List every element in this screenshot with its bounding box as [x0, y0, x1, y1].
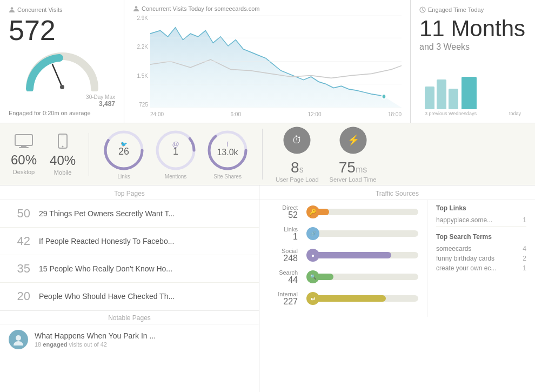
term-row-2: create your own ec... 1: [436, 264, 526, 272]
svg-text:13.0k: 13.0k: [217, 148, 239, 157]
metric-blocks: ⏱ 8s User Page Load ⚡ 75ms Server Load T…: [263, 125, 389, 183]
svg-text:26: 26: [118, 146, 129, 157]
concurrent-label: Concurrent Visits: [9, 6, 115, 13]
mentions-circle: @ 1 Mentions: [154, 129, 197, 180]
svg-text:f: f: [226, 141, 229, 148]
avatar: [9, 330, 28, 349]
traffic-row-direct: Direct 52 🔑: [268, 204, 418, 220]
page-count-1: 42: [9, 234, 30, 248]
term-row-0: someecards 4: [436, 245, 526, 253]
shares-circle: f 13.0k Site Shares: [206, 129, 249, 180]
middle-section: 60% Desktop 40% Mobile 🐦 26 Links: [0, 123, 535, 185]
traffic-label-social: Social 248: [268, 248, 298, 263]
engaged-value: 11 Months: [419, 16, 526, 41]
bar-labels: 3 previous Wednesdays today: [419, 109, 526, 116]
top-pages-title: Top Pages: [0, 185, 259, 200]
engaged-avg: Engaged for 0:20m on average: [9, 110, 115, 116]
mobile-icon: [50, 133, 76, 151]
concurrent-visits-panel: Concurrent Visits 572 30-Day Max 3,487 E…: [0, 0, 124, 123]
term-count-1: 2: [523, 255, 526, 262]
mobile-label: Mobile: [50, 169, 76, 176]
user-load-value: 8s: [276, 159, 319, 176]
gauge-max: 30-Day Max 3,487: [9, 94, 115, 108]
top-links-section: Top Links happyplace.some... 1 Top Searc…: [427, 200, 535, 317]
link-name-0: happyplace.some...: [436, 216, 492, 224]
traffic-content: Direct 52 🔑 Links 1: [259, 200, 535, 317]
term-2: create your own ec...: [436, 264, 496, 272]
concurrent-value: 572: [9, 16, 115, 44]
traffic-label-direct: Direct 52: [268, 204, 298, 220]
notable-item: What Happens When You Park In ... 18 eng…: [0, 324, 259, 355]
prev-bar-3: [449, 89, 458, 109]
svg-point-2: [60, 85, 64, 89]
svg-text:⏱: ⏱: [292, 135, 302, 145]
mentions-label: Mentions: [154, 174, 197, 180]
term-count-0: 4: [523, 245, 526, 253]
svg-line-1: [52, 64, 62, 87]
device-block: 60% Desktop 40% Mobile: [11, 133, 89, 176]
gauge-svg: [24, 48, 100, 91]
chart-panel: Concurrent Visits Today for someecards.c…: [124, 0, 411, 123]
links-circle-svg: 🐦 26: [102, 129, 145, 174]
page-item: 20 People Who Should Have Checked Th...: [0, 283, 259, 310]
mentions-circle-svg: @ 1: [154, 129, 197, 174]
traffic-row-social: Social 248 ●: [268, 248, 418, 263]
traffic-bar-direct: 🔑: [302, 209, 418, 215]
svg-rect-12: [21, 145, 26, 147]
user-load-metric: ⏱ 8s User Page Load: [276, 125, 319, 183]
chart-y-labels: 2.9K2.2K1.5K725: [133, 15, 148, 108]
notable-page-title: What Happens When You Park In ...: [35, 331, 156, 340]
engaged-sub: and 3 Weeks: [419, 42, 526, 52]
traffic-panel: Traffic Sources Direct 52 🔑: [259, 185, 535, 392]
svg-point-3: [135, 6, 137, 8]
term-row-1: funny birthday cards 2: [436, 255, 526, 262]
page-count-3: 20: [9, 289, 30, 303]
traffic-label-links: Links 1: [268, 226, 298, 241]
desktop-device: 60% Desktop: [11, 134, 37, 175]
desktop-pct: 60%: [11, 152, 37, 168]
notable-title: Notable Pages: [0, 311, 259, 324]
notable-section: Notable Pages What Happens When You Park…: [0, 310, 259, 355]
chart-x-labels: 24:006:0012:0018:00: [150, 111, 402, 117]
page-title-3: People Who Should Have Checked Th...: [39, 292, 175, 301]
page-item: 50 29 Things Pet Owners Secretly Want T.…: [0, 200, 259, 228]
page-title-1: If People Reacted Honestly To Facebo...: [39, 237, 174, 245]
mobile-device: 40% Mobile: [50, 133, 76, 176]
traffic-bar-social: ●: [302, 252, 418, 258]
traffic-row-search: Search 44 🔍: [268, 269, 418, 284]
search-terms-title: Top Search Terms: [436, 233, 526, 241]
server-load-metric: ⚡ 75ms Server Load Time: [330, 125, 377, 183]
link-row-0: happyplace.some... 1: [436, 216, 526, 227]
line-chart: 2.9K2.2K1.5K725: [133, 15, 402, 117]
svg-point-4: [382, 94, 386, 99]
engaged-time-panel: Engaged Time Today 11 Months and 3 Weeks…: [411, 0, 535, 123]
notable-item-text: What Happens When You Park In ... 18 eng…: [35, 331, 156, 348]
traffic-bars: Direct 52 🔑 Links 1: [259, 200, 427, 317]
user-load-icon: ⏱: [282, 125, 312, 155]
chart-svg: [150, 15, 402, 108]
svg-rect-13: [19, 147, 29, 148]
traffic-label-search: Search 44: [268, 269, 298, 284]
svg-point-15: [62, 145, 64, 147]
links-circle: 🐦 26 Links: [102, 129, 145, 180]
term-count-2: 1: [523, 264, 526, 272]
svg-text:1: 1: [173, 146, 178, 157]
link-count-0: 1: [523, 216, 526, 224]
links-label: Links: [102, 174, 145, 180]
person-icon: [9, 6, 15, 13]
clock-icon: [419, 6, 426, 13]
server-load-icon: ⚡: [338, 125, 368, 155]
server-load-value: 75ms: [330, 159, 377, 176]
page-item: 35 15 People Who Really Don't Know Ho...: [0, 255, 259, 283]
engaged-title-label: Engaged Time Today: [419, 6, 526, 13]
svg-rect-16: [61, 136, 64, 136]
page-item: 42 If People Reacted Honestly To Facebo.…: [0, 228, 259, 255]
engaged-bar-chart: 3 previous Wednesdays today: [419, 52, 526, 116]
page-title-0: 29 Things Pet Owners Secretly Want T...: [39, 209, 175, 218]
social-circles: 🐦 26 Links @ 1 Mentions: [89, 129, 263, 180]
prev-bar-2: [437, 79, 446, 109]
desktop-icon: [11, 134, 37, 150]
traffic-row-links: Links 1 🔗: [268, 226, 418, 241]
traffic-bar-search: 🔍: [302, 274, 418, 280]
page-count-2: 35: [9, 262, 30, 276]
